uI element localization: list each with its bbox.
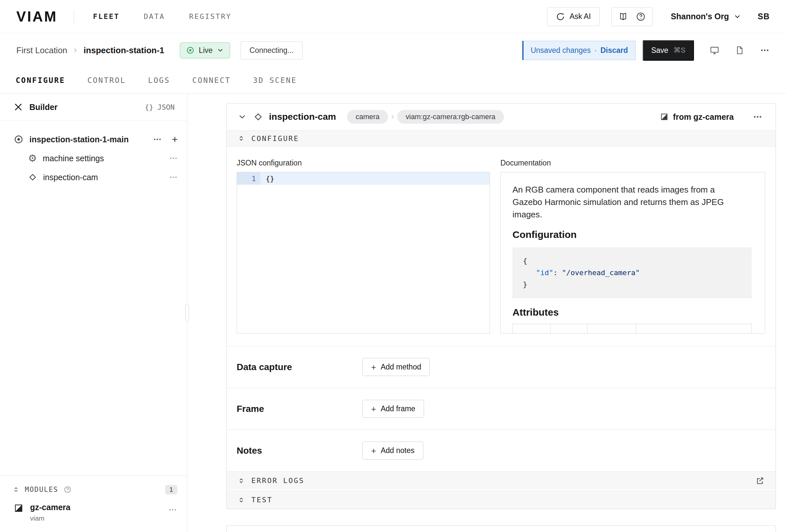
document-icon[interactable] <box>735 46 744 55</box>
component-name: inspection-cam <box>269 112 336 122</box>
tree-item-label: machine settings <box>43 154 104 163</box>
component-more-options-icon[interactable] <box>753 112 763 122</box>
table-column <box>636 324 752 333</box>
code-line: { <box>523 255 741 267</box>
json-config-column: JSON configuration 1 {} <box>237 158 490 333</box>
json-key: "id" <box>536 269 553 277</box>
live-label: Live <box>199 46 212 55</box>
tree-root-part[interactable]: inspection-station-1-main + <box>0 130 187 149</box>
collapse-icon <box>238 135 245 142</box>
plus-icon: + <box>371 363 376 371</box>
question-circle-icon[interactable] <box>64 486 71 493</box>
error-logs-bar[interactable]: ERROR LOGS <box>227 471 776 490</box>
documentation-label: Documentation <box>501 158 765 167</box>
nav-divider <box>74 10 74 23</box>
org-switcher[interactable]: Shannon's Org <box>671 12 741 21</box>
live-status-dropdown[interactable]: Live <box>180 42 230 59</box>
unsaved-changes-banner: Unsaved changes · Discard <box>522 41 635 60</box>
save-label: Save <box>651 46 668 55</box>
tab-logs[interactable]: LOGS <box>148 76 170 85</box>
component-header-right: from gz-camera <box>660 112 763 122</box>
root-more-options-icon[interactable] <box>153 135 162 144</box>
editor-code: {} <box>260 172 490 185</box>
unsaved-changes-label: Unsaved changes <box>531 46 591 55</box>
machine-part-icon <box>14 135 23 144</box>
component-card-inspection-cam: inspection-cam camera viam:gz-camera:rgb… <box>226 103 776 509</box>
add-method-button[interactable]: + Add method <box>362 358 430 376</box>
module-item-gz-camera[interactable]: gz-camera viam <box>0 499 187 532</box>
tab-configure[interactable]: CONFIGURE <box>16 76 65 85</box>
save-button[interactable]: Save ⌘S <box>643 40 694 61</box>
content-area: Builder {} JSON inspection-station-1-mai… <box>0 94 786 532</box>
tree-item-inspection-cam[interactable]: inspection-cam <box>0 168 187 187</box>
tree-item-machine-settings[interactable]: ⚙ machine settings <box>0 149 187 168</box>
chevron-right-icon <box>72 47 79 54</box>
code-line: "id": "/overhead_camera" <box>523 267 741 279</box>
modules-header[interactable]: MODULES 1 <box>0 481 187 499</box>
data-capture-section: Data capture + Add method <box>227 346 776 388</box>
tab-control[interactable]: CONTROL <box>88 76 126 85</box>
test-bar[interactable]: TEST <box>227 490 776 509</box>
builder-toggle[interactable]: Builder <box>14 102 57 112</box>
machine-actions-group: Unsaved changes · Discard Save ⌘S <box>522 40 770 61</box>
from-module-link[interactable]: from gz-camera <box>673 112 734 122</box>
json-toggle[interactable]: {} JSON <box>145 103 175 111</box>
external-link-icon[interactable] <box>755 476 764 485</box>
table-column <box>513 324 551 333</box>
tab-3d-scene[interactable]: 3D SCENE <box>253 76 297 85</box>
help-icon[interactable] <box>636 12 646 22</box>
add-notes-button[interactable]: + Add notes <box>362 442 423 460</box>
top-navbar: VIAM FLEET DATA REGISTRY Ask AI <box>0 0 786 33</box>
configure-section-bar[interactable]: CONFIGURE <box>227 130 776 146</box>
collapse-icon <box>13 486 20 493</box>
monitor-icon[interactable] <box>710 45 719 55</box>
chevron-down-icon <box>217 47 224 54</box>
modules-title: MODULES <box>25 486 59 493</box>
plus-icon: + <box>371 446 376 455</box>
item-more-options-icon[interactable] <box>169 173 178 182</box>
ask-ai-button[interactable]: Ask AI <box>547 7 600 26</box>
modules-section: MODULES 1 gz-camera viam <box>0 476 187 532</box>
config-sidebar: Builder {} JSON inspection-station-1-mai… <box>0 94 187 532</box>
machine-header-bar: First Location inspection-station-1 Live… <box>0 33 786 67</box>
module-name: gz-camera <box>30 503 70 512</box>
breadcrumb-location[interactable]: First Location <box>16 45 67 55</box>
documentation-panel: An RGB camera component that reads image… <box>501 172 765 333</box>
frame-section: Frame + Add frame <box>227 388 776 430</box>
item-more-options-icon[interactable] <box>169 154 178 163</box>
signal-icon <box>186 46 194 54</box>
sidebar-resize-handle[interactable] <box>185 304 189 322</box>
table-column <box>587 324 636 333</box>
nav-item-data[interactable]: DATA <box>144 13 165 21</box>
doc-attributes-heading: Attributes <box>512 307 752 318</box>
component-tags: camera viam:gz-camera:rgb-camera <box>347 110 504 124</box>
doc-code-block: { "id": "/overhead_camera" } <box>512 247 752 298</box>
more-options-icon[interactable] <box>760 45 770 55</box>
module-card-header: gz-camera by viam module Registry <box>227 526 776 532</box>
plus-icon: + <box>371 405 376 413</box>
book-icon[interactable] <box>618 12 628 22</box>
component-model-tag: viam:gz-camera:rgb-camera <box>397 110 504 124</box>
avatar[interactable]: SB <box>758 12 770 21</box>
add-component-button[interactable]: + <box>172 134 178 145</box>
discard-link[interactable]: Discard <box>601 46 628 55</box>
collapse-chevron-icon[interactable] <box>238 112 247 121</box>
viam-logo[interactable]: VIAM <box>16 8 57 25</box>
tree-item-label: inspection-cam <box>43 173 98 182</box>
module-more-options-icon[interactable] <box>168 505 177 514</box>
nav-item-fleet[interactable]: FLEET <box>93 13 119 21</box>
json-config-editor[interactable]: 1 {} <box>237 172 490 333</box>
module-author: viam <box>30 514 70 522</box>
doc-configuration-heading: Configuration <box>512 229 752 240</box>
json-toggle-label: JSON <box>157 103 175 111</box>
module-card-gz-camera: gz-camera by viam module Registry <box>226 526 776 532</box>
machine-breadcrumb-group: First Location inspection-station-1 Live… <box>16 42 303 60</box>
json-config-label: JSON configuration <box>237 158 490 167</box>
sparkle-refresh-icon <box>556 12 565 21</box>
ask-ai-label: Ask AI <box>570 12 591 21</box>
nav-item-registry[interactable]: REGISTRY <box>189 13 231 21</box>
add-frame-button[interactable]: + Add frame <box>362 400 424 418</box>
section-title: Data capture <box>237 362 362 372</box>
tab-connect[interactable]: CONNECT <box>192 76 231 85</box>
notes-section: Notes + Add notes <box>227 430 776 471</box>
